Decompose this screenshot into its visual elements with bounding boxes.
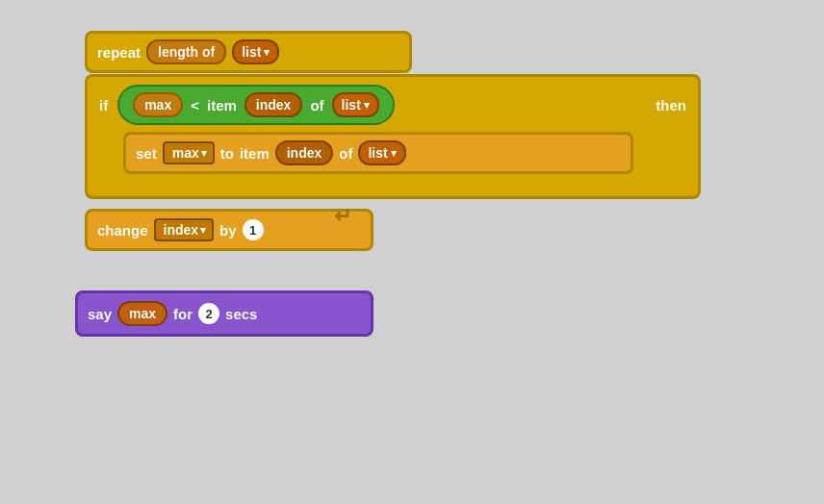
if-label: if [99,97,108,113]
set-label: set [136,145,157,162]
say-value: 2 [198,303,219,324]
list-var-if[interactable]: list [332,92,379,117]
say-label: say [88,306,112,322]
max-var-pill[interactable]: max [133,92,183,117]
say-var[interactable]: max [117,301,167,326]
set-var[interactable]: max [163,141,215,164]
change-block[interactable]: change index by 1 ↵ [85,209,373,251]
operator-label: < [191,97,199,113]
item-label-if: item [207,97,237,113]
then-label: then [656,97,686,113]
list-var-set[interactable]: list [358,140,405,165]
of-label-if: of [310,97,323,113]
for-label: for [173,306,193,322]
return-arrow: ↵ [334,204,351,229]
condition-block[interactable]: max < item index of list [117,85,395,125]
length-of-label: length of [158,44,215,60]
repeat-list-var[interactable]: list [232,39,279,64]
length-of-pill[interactable]: length of [146,39,226,64]
index-var-set[interactable]: index [275,140,334,165]
of-label-set: of [339,145,352,162]
index-var-if[interactable]: index [245,92,303,117]
change-value: 1 [243,219,264,240]
scratch-blocks-area: repeat length of list if max < item inde… [65,21,759,483]
change-var[interactable]: index [154,218,215,241]
set-block[interactable]: set max to item index of list [123,132,633,174]
item-label-set: item [240,145,270,162]
to-label: to [220,145,234,162]
secs-label: secs [225,306,257,322]
change-label: change [97,222,148,239]
if-then-row: if max < item index of list then [99,85,686,125]
repeat-block[interactable]: repeat length of list [85,31,412,73]
by-label: by [219,222,237,239]
repeat-label: repeat [97,44,141,61]
say-block[interactable]: say max for 2 secs [75,290,373,337]
